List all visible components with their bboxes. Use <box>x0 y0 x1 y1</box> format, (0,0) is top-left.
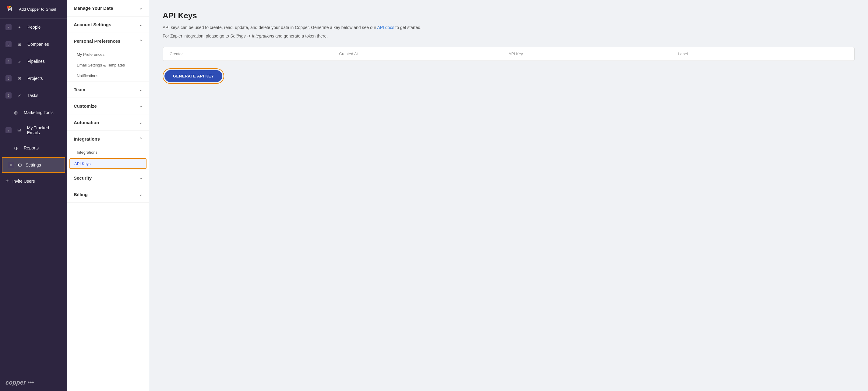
section-billing-label: Billing <box>74 192 88 197</box>
nav-label-emails: My Tracked Emails <box>27 125 62 135</box>
generate-api-key-button[interactable]: GENERATE API KEY <box>164 70 222 82</box>
nav-badge-tasks: 6 <box>5 92 11 99</box>
section-integrations: Integrations ⌃ Integrations API Keys <box>67 131 149 170</box>
description-text-1-end: to get started. <box>395 25 422 30</box>
gmail-label: Add Copper to Gmail <box>19 7 56 11</box>
nav-item-marketing[interactable]: Marketing Tools <box>0 104 67 121</box>
sub-item-api-keys[interactable]: API Keys <box>69 158 147 169</box>
gmail-logo-icon: M <box>5 4 15 14</box>
table-col-api-key: API Key <box>508 52 678 56</box>
reports-icon <box>11 144 20 152</box>
api-keys-table: Creator Created At API Key Label <box>163 47 855 61</box>
nav-item-companies[interactable]: 3 Companies <box>0 36 67 53</box>
nav-item-projects[interactable]: 5 Projects <box>0 70 67 87</box>
page-title: API Keys <box>163 11 855 21</box>
nav-item-tasks[interactable]: 6 Tasks <box>0 87 67 104</box>
chevron-down-icon: ⌄ <box>139 23 142 27</box>
nav-badge-companies: 3 <box>5 41 11 47</box>
page-description-2: For Zapier integration, please go to Set… <box>163 33 855 39</box>
settings-panel: Manage Your Data ⌄ Account Settings ⌄ Pe… <box>67 0 149 391</box>
generate-btn-wrapper: GENERATE API KEY <box>163 68 224 84</box>
nav-item-settings[interactable]: 0 Settings <box>2 157 65 173</box>
nav-item-invite[interactable]: Invite Users <box>0 173 67 189</box>
chevron-up-icon: ⌃ <box>139 39 142 43</box>
sub-item-my-preferences[interactable]: My Preferences <box>67 49 149 60</box>
marketing-icon <box>11 108 20 117</box>
api-docs-link[interactable]: API docs <box>377 25 394 30</box>
section-manage-data-header[interactable]: Manage Your Data ⌄ <box>67 0 149 16</box>
section-account-settings-label: Account Settings <box>74 22 111 27</box>
chevron-down-icon: ⌄ <box>139 87 142 92</box>
nav-label-projects: Projects <box>27 76 43 81</box>
section-customize: Customize ⌄ <box>67 98 149 114</box>
nav-label-people: People <box>27 25 41 30</box>
chevron-down-icon: ⌄ <box>139 176 142 180</box>
left-navigation: M Add Copper to Gmail 2 People 3 Compani… <box>0 0 67 391</box>
nav-item-people[interactable]: 2 People <box>0 19 67 36</box>
description-text-2-end: and generate a token there. <box>275 33 328 38</box>
section-personal-preferences: Personal Preferences ⌃ My Preferences Em… <box>67 33 149 81</box>
chevron-down-icon: ⌄ <box>139 6 142 10</box>
nav-badge-projects: 5 <box>5 75 11 81</box>
chevron-up-icon: ⌃ <box>139 137 142 141</box>
section-personal-preferences-header[interactable]: Personal Preferences ⌃ <box>67 33 149 49</box>
sub-item-notifications[interactable]: Notifications <box>67 71 149 81</box>
nav-badge-pipelines: 4 <box>5 58 11 64</box>
section-personal-preferences-label: Personal Preferences <box>74 38 120 44</box>
section-security: Security ⌄ <box>67 170 149 186</box>
description-text-2: For Zapier integration, please go to <box>163 33 229 38</box>
description-italic: Settings -> Integrations <box>230 33 274 38</box>
nav-label-tasks: Tasks <box>27 93 38 98</box>
svg-point-2 <box>7 6 9 8</box>
gmail-item[interactable]: M Add Copper to Gmail <box>0 0 67 19</box>
sub-item-integrations[interactable]: Integrations <box>67 147 149 158</box>
settings-icon <box>18 162 22 168</box>
section-team: Team ⌄ <box>67 81 149 98</box>
section-account-settings: Account Settings ⌄ <box>67 17 149 33</box>
nav-item-pipelines[interactable]: 4 Pipelines <box>0 53 67 70</box>
svg-point-3 <box>9 6 11 8</box>
nav-label-pipelines: Pipelines <box>27 59 45 64</box>
nav-badge-emails: 7 <box>5 127 11 133</box>
nav-badge-settings: 0 <box>8 162 14 168</box>
person-icon <box>15 23 24 31</box>
section-automation-label: Automation <box>74 120 99 125</box>
nav-item-reports[interactable]: Reports <box>0 139 67 157</box>
main-content: API Keys API keys can be used to create,… <box>149 0 868 391</box>
chevron-down-icon: ⌄ <box>139 104 142 108</box>
nav-label-marketing: Marketing Tools <box>24 110 54 115</box>
nav-label-invite: Invite Users <box>12 179 35 184</box>
section-customize-header[interactable]: Customize ⌄ <box>67 98 149 114</box>
companies-icon <box>15 40 24 49</box>
nav-badge-people: 2 <box>5 24 11 30</box>
nav-item-emails[interactable]: 7 My Tracked Emails <box>0 121 67 139</box>
section-security-header[interactable]: Security ⌄ <box>67 170 149 186</box>
section-account-settings-header[interactable]: Account Settings ⌄ <box>67 17 149 33</box>
section-integrations-header[interactable]: Integrations ⌃ <box>67 131 149 147</box>
section-automation: Automation ⌄ <box>67 114 149 131</box>
pipelines-icon <box>15 57 24 65</box>
section-integrations-label: Integrations <box>74 136 100 141</box>
section-security-label: Security <box>74 175 92 180</box>
emails-icon <box>15 126 24 135</box>
section-team-header[interactable]: Team ⌄ <box>67 81 149 97</box>
tasks-icon <box>15 91 24 100</box>
table-col-label: Label <box>678 52 848 56</box>
nav-label-reports: Reports <box>24 145 39 150</box>
nav-label-settings: Settings <box>26 163 41 167</box>
projects-icon <box>15 74 24 83</box>
chevron-down-icon: ⌄ <box>139 120 142 125</box>
description-text-1: API keys can be used to create, read, up… <box>163 25 376 30</box>
section-customize-label: Customize <box>74 103 97 109</box>
section-automation-header[interactable]: Automation ⌄ <box>67 114 149 131</box>
sub-item-email-settings[interactable]: Email Settings & Templates <box>67 60 149 71</box>
section-team-label: Team <box>74 87 85 92</box>
section-manage-data-label: Manage Your Data <box>74 5 113 11</box>
nav-label-companies: Companies <box>27 42 49 47</box>
section-billing-header[interactable]: Billing ⌄ <box>67 186 149 202</box>
page-description-1: API keys can be used to create, read, up… <box>163 24 855 31</box>
table-header: Creator Created At API Key Label <box>163 47 854 61</box>
plus-icon <box>5 178 9 184</box>
chevron-down-icon: ⌄ <box>139 192 142 197</box>
copper-logo: copper ••• <box>0 374 67 391</box>
